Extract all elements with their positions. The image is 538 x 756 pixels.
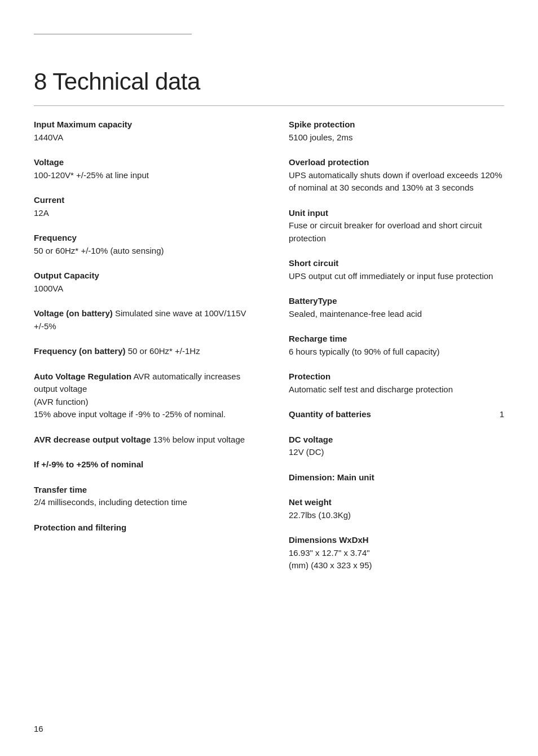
spec-label: Short circuit (289, 257, 504, 270)
spec-if-nominal: If +/-9% to +25% of nominal (34, 458, 249, 471)
spec-avr: Auto Voltage Regulation AVR automaticall… (34, 370, 249, 421)
spec-label: Protection and filtering (34, 521, 249, 534)
two-column-layout: Input Maximum capacity 1440VA Voltage 10… (34, 118, 504, 585)
spec-label: Input Maximum capacity (34, 118, 249, 131)
spec-unit-input: Unit input Fuse or circuit breaker for o… (289, 207, 504, 245)
page-title: 8 Technical data (34, 68, 504, 95)
spec-voltage-battery: Voltage (on battery) Simulated sine wave… (34, 307, 249, 333)
spec-label: Dimension: Main unit (289, 471, 504, 484)
spec-value: 12A (34, 207, 249, 220)
spec-label: Unit input (289, 207, 504, 220)
spec-protection-filtering: Protection and filtering (34, 521, 249, 534)
spec-voltage: Voltage 100-120V* +/-25% at line input (34, 156, 249, 182)
spec-current: Current 12A (34, 194, 249, 219)
page: 8 Technical data Input Maximum capacity … (0, 0, 538, 756)
spec-label: Voltage (on battery) (34, 308, 113, 318)
spec-label: Quantity of batteries (289, 408, 371, 421)
right-column: Spike protection 5100 joules, 2ms Overlo… (283, 118, 504, 585)
spec-value: AVR decrease output voltage 13% below in… (34, 434, 249, 446)
spec-value: If +/-9% to +25% of nominal (34, 458, 249, 471)
spec-output-capacity: Output Capacity 1000VA (34, 269, 249, 295)
spec-value: 100-120V* +/-25% at line input (34, 169, 249, 182)
spec-value: Fuse or circuit breaker for overload and… (289, 219, 504, 245)
left-column: Input Maximum capacity 1440VA Voltage 10… (34, 118, 261, 585)
spec-value: 50 or 60Hz* +/-10% (auto sensing) (34, 245, 249, 258)
spec-quantity-batteries: Quantity of batteries 1 (289, 408, 504, 421)
spec-label: Net weight (289, 496, 504, 509)
spec-short-circuit: Short circuit UPS output cut off immedia… (289, 257, 504, 282)
spec-protection: Protection Automatic self test and disch… (289, 370, 504, 396)
spec-input-max-capacity: Input Maximum capacity 1440VA (34, 118, 249, 144)
spec-value: 22.7lbs (10.3Kg) (289, 509, 504, 522)
spec-label: Frequency (34, 232, 249, 245)
spec-label: Overload protection (289, 156, 504, 169)
quantity-number: 1 (500, 409, 504, 419)
spec-dimension-main: Dimension: Main unit (289, 471, 504, 484)
spec-value: 2/4 milliseconds, including detection ti… (34, 496, 249, 509)
spec-label: If +/-9% to +25% of nominal (34, 459, 143, 469)
page-number: 16 (34, 724, 43, 733)
spec-transfer-time: Transfer time 2/4 milliseconds, includin… (34, 484, 249, 509)
spec-dc-voltage: DC voltage 12V (DC) (289, 434, 504, 459)
spec-label: DC voltage (289, 434, 504, 446)
spec-label: Protection (289, 370, 504, 383)
spec-recharge-time: Recharge time 6 hours typically (to 90% … (289, 333, 504, 358)
spec-label: AVR decrease output voltage (34, 435, 151, 444)
spec-spike-protection: Spike protection 5100 joules, 2ms (289, 118, 504, 144)
spec-value: 6 hours typically (to 90% of full capaci… (289, 346, 504, 359)
spec-label: Frequency (on battery) (34, 346, 126, 356)
top-line (34, 34, 192, 34)
spec-value: 12V (DC) (289, 446, 504, 459)
spec-value-text: 50 or 60Hz* +/-1Hz (128, 346, 200, 356)
spec-value: UPS automatically shuts down if overload… (289, 169, 504, 194)
spec-value: 1000VA (34, 282, 249, 295)
spec-value: UPS output cut off immediately or input … (289, 270, 504, 283)
spec-battery-type: BatteryType Sealed, maintenance-free lea… (289, 295, 504, 320)
spec-frequency: Frequency 50 or 60Hz* +/-10% (auto sensi… (34, 232, 249, 257)
spec-value: 16.93" x 12.7" x 3.74"(mm) (430 x 323 x … (289, 547, 504, 572)
spec-value: Frequency (on battery) 50 or 60Hz* +/-1H… (34, 345, 249, 358)
spec-label: Output Capacity (34, 269, 249, 282)
spec-value-text: 13% below input voltage (153, 435, 245, 444)
section-divider (34, 105, 504, 106)
spec-value: Voltage (on battery) Simulated sine wave… (34, 307, 249, 333)
spec-net-weight: Net weight 22.7lbs (10.3Kg) (289, 496, 504, 521)
spec-label: Auto Voltage Regulation (34, 372, 131, 381)
spec-label: Voltage (34, 156, 249, 169)
spec-label: Transfer time (34, 484, 249, 497)
spec-value: Automatic self test and discharge protec… (289, 383, 504, 396)
spec-label: Recharge time (289, 333, 504, 346)
spec-value: Auto Voltage Regulation AVR automaticall… (34, 370, 249, 421)
spec-avr-decrease: AVR decrease output voltage 13% below in… (34, 434, 249, 446)
spec-dimensions-wxdxh: Dimensions WxDxH 16.93" x 12.7" x 3.74"(… (289, 534, 504, 572)
spec-value: 5100 joules, 2ms (289, 131, 504, 144)
spec-label: Spike protection (289, 118, 504, 131)
spec-overload-protection: Overload protection UPS automatically sh… (289, 156, 504, 194)
spec-label: Current (34, 194, 249, 207)
spec-value: 1440VA (34, 131, 249, 144)
spec-label: Dimensions WxDxH (289, 534, 504, 547)
spec-frequency-battery: Frequency (on battery) 50 or 60Hz* +/-1H… (34, 345, 249, 358)
spec-label: BatteryType (289, 295, 504, 308)
spec-value: Sealed, maintenance-free lead acid (289, 308, 504, 321)
